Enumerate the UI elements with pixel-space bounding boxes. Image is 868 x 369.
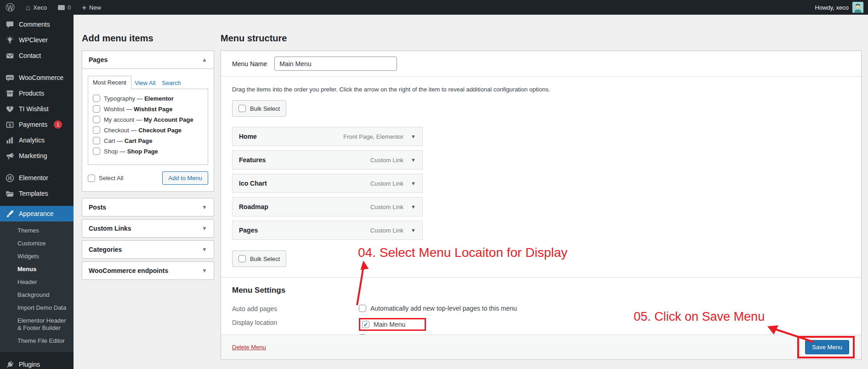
chevron-down-icon[interactable]: ▼ [202, 267, 207, 274]
wordpress-logo-icon: Ⓦ [6, 3, 15, 12]
chevron-down-icon[interactable]: ▼ [202, 204, 207, 210]
sidebar-item-comments[interactable]: Comments [0, 17, 74, 32]
posts-accordion-header[interactable]: Posts ▼ [82, 198, 214, 216]
categories-accordion-header[interactable]: Categories ▼ [82, 240, 214, 259]
new-content-menu[interactable]: + New [76, 0, 107, 15]
auto-add-pages-label: Auto add pages [232, 304, 359, 312]
add-to-menu-button[interactable]: Add to Menu [162, 171, 208, 185]
menu-structure-column: Menu structure Menu Name Drag the items … [221, 33, 862, 360]
sidebar-item-templates[interactable]: Templates [0, 186, 74, 201]
pages-panel-body: Most Recent View All Search Typography —… [82, 69, 214, 192]
select-all-checkbox[interactable] [88, 175, 95, 182]
bulk-select-checkbox[interactable] [238, 255, 246, 262]
menu-item-roadmap[interactable]: Roadmap Custom Link ▼ [232, 197, 423, 216]
sidebar-item-plugins[interactable]: Plugins [0, 357, 74, 369]
sidebar-item-marketing[interactable]: Marketing [0, 148, 74, 164]
tab-most-recent[interactable]: Most Recent [88, 76, 131, 89]
chevron-down-icon[interactable]: ▼ [411, 181, 416, 186]
menu-item-type: Front Page, Elementor [343, 133, 403, 140]
admin-bar-left: Ⓦ ⌂ Xeco 0 + New [0, 0, 107, 15]
paintbrush-icon [5, 209, 14, 218]
custom-links-accordion-header[interactable]: Custom Links ▼ [82, 219, 214, 238]
checkbox[interactable] [93, 148, 100, 155]
checkbox[interactable] [93, 95, 100, 102]
new-label: New [89, 4, 101, 11]
location-main-menu[interactable]: Main Menu [362, 321, 405, 328]
pages-accordion-header[interactable]: Pages ▲ [82, 51, 214, 69]
admin-sidebar: Comments WPClever Contact WOO WooCommerc… [0, 15, 74, 369]
tab-view-all[interactable]: View All [131, 77, 159, 89]
svg-text:$: $ [8, 122, 11, 127]
page-checkbox-row[interactable]: My account — My Account Page [93, 116, 203, 123]
page-state: Elementor [144, 95, 174, 102]
checkbox[interactable] [93, 105, 100, 113]
submenu-item-background[interactable]: Background [0, 289, 74, 301]
drag-hint-text: Drag the items into the order you prefer… [232, 86, 850, 93]
sidebar-item-elementor[interactable]: Elementor [0, 170, 74, 186]
submenu-item-customize[interactable]: Customize [0, 237, 74, 250]
chevron-down-icon[interactable]: ▼ [411, 157, 416, 163]
annotation-arrow-step-4 [351, 260, 371, 307]
checkbox[interactable] [93, 126, 100, 134]
sidebar-item-contact[interactable]: Contact [0, 48, 74, 63]
submenu-item-themes[interactable]: Themes [0, 224, 74, 237]
settings-divider [221, 277, 861, 278]
page-checkbox-row[interactable]: Wishlist — Wishlist Page [93, 105, 203, 113]
chevron-down-icon[interactable]: ▼ [411, 204, 416, 210]
menu-item-pages[interactable]: Pages Custom Link ▼ [232, 221, 423, 240]
site-name-link[interactable]: ⌂ Xeco [20, 0, 52, 15]
comments-shortcut[interactable]: 0 [52, 0, 76, 15]
page-checkbox-row[interactable]: Shop — Shop Page [93, 148, 203, 155]
sidebar-item-appearance[interactable]: Appearance [0, 206, 74, 221]
sidebar-item-ti-wishlist[interactable]: TI TI Wishlist [0, 101, 74, 117]
delete-menu-link[interactable]: Delete Menu [232, 344, 266, 351]
sidebar-item-wpclever[interactable]: WPClever [0, 32, 74, 48]
sidebar-item-analytics[interactable]: Analytics [0, 132, 74, 148]
submenu-item-header[interactable]: Header [0, 276, 74, 289]
submenu-item-elementor-header-footer-builder[interactable]: Elementor Header & Footer Builder [0, 314, 74, 335]
sidebar-label: Payments [19, 121, 47, 128]
home-icon: ⌂ [26, 4, 30, 11]
site-name-label: Xeco [33, 4, 47, 11]
submenu-item-menus[interactable]: Menus [0, 263, 74, 276]
sidebar-item-payments[interactable]: $ Payments 1 [0, 117, 74, 132]
comment-bubble-icon [58, 5, 65, 10]
page-checkbox-row[interactable]: Checkout — Checkout Page [93, 126, 203, 134]
bulk-select-checkbox[interactable] [238, 105, 246, 112]
main-menu-checkbox[interactable] [362, 321, 369, 328]
menu-item-home[interactable]: Home Front Page, Elementor ▼ [232, 127, 423, 146]
separator: — [137, 95, 143, 102]
tab-search[interactable]: Search [159, 77, 184, 89]
select-all[interactable]: Select All [88, 175, 123, 182]
admin-bar-account[interactable]: Howdy, xeco [815, 2, 868, 13]
archive-box-icon [5, 89, 14, 98]
separator: — [131, 127, 137, 134]
chevron-down-icon[interactable]: ▼ [202, 246, 207, 253]
menu-name-input[interactable] [274, 57, 397, 71]
wordpress-logo-menu[interactable]: Ⓦ [0, 0, 20, 15]
submenu-item-widgets[interactable]: Widgets [0, 250, 74, 263]
submenu-item-import-demo-data[interactable]: Import Demo Data [0, 301, 74, 314]
chevron-up-icon[interactable]: ▲ [202, 57, 207, 63]
auto-add-pages-option[interactable]: Automatically add new top-level pages to… [359, 304, 517, 312]
pages-tabs: Most Recent View All Search [88, 76, 208, 89]
submenu-item-theme-file-editor[interactable]: Theme File Editor [0, 335, 74, 347]
menu-item-features[interactable]: Features Custom Link ▼ [232, 150, 423, 170]
sidebar-item-products[interactable]: Products [0, 85, 74, 101]
page-state: Wishlist Page [134, 106, 172, 113]
sidebar-separator [0, 201, 74, 206]
bulk-select-button-top[interactable]: Bulk Select [232, 100, 286, 117]
chevron-down-icon[interactable]: ▼ [411, 227, 416, 233]
sidebar-item-woocommerce[interactable]: WOO WooCommerce [0, 70, 74, 85]
chevron-down-icon[interactable]: ▼ [202, 225, 207, 232]
bulk-select-button-bottom[interactable]: Bulk Select [232, 250, 286, 267]
chevron-down-icon[interactable]: ▼ [411, 134, 416, 139]
checkbox[interactable] [93, 137, 100, 144]
menu-structure-panel: Menu Name Drag the items into the order … [221, 51, 862, 360]
woocommerce-endpoints-accordion-header[interactable]: WooCommerce endpoints ▼ [82, 261, 214, 280]
checkbox[interactable] [93, 116, 100, 123]
page-checkbox-row[interactable]: Cart — Cart Page [93, 137, 203, 144]
menu-item-ico-chart[interactable]: Ico Chart Custom Link ▼ [232, 174, 423, 193]
accordion-title: Posts [89, 204, 106, 211]
page-checkbox-row[interactable]: Typography — Elementor [93, 95, 203, 102]
